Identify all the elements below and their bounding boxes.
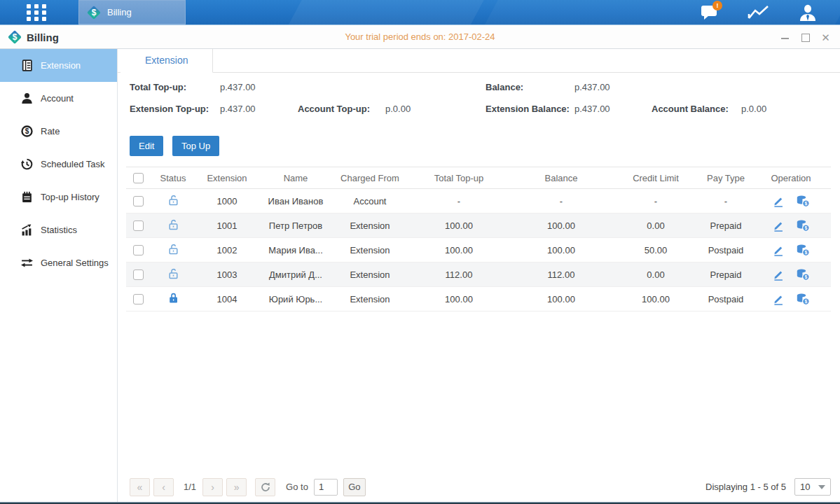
unlocked-icon [167,218,179,231]
cell-pay-type: Postpaid [701,238,751,262]
table-header-row: Status Extension Name Charged From Total… [126,167,831,189]
table-row: 1003 Дмитрий Д... Extension 112.00 112.0… [126,262,831,287]
cell-extension: 1003 [196,262,258,287]
sidebar-item-topup-history[interactable]: Top-up History [0,181,117,214]
page-size-select[interactable]: 10 [794,478,831,496]
cell-balance: 100.00 [511,238,611,262]
top-up-button[interactable]: Top Up [172,136,219,156]
prev-page-button[interactable]: ‹ [153,478,174,496]
refresh-button[interactable] [255,478,275,496]
billing-window-icon: $ [7,29,22,45]
svg-text:$: $ [805,201,808,206]
top-up-money-icon[interactable]: $ [796,293,810,305]
maximize-button[interactable] [801,33,810,42]
cell-extension: 1000 [196,189,258,214]
goto-page-input[interactable] [314,479,338,496]
cell-name: Дмитрий Д... [258,262,333,287]
column-header-status: Status [150,167,196,189]
balance-value: p.437.00 [574,82,610,92]
top-up-money-icon[interactable]: $ [796,244,810,256]
sidebar-item-label: Scheduled Task [41,159,105,169]
taskbar-tab-label: Billing [107,7,132,18]
column-header-total-topup: Total Top-up [406,167,511,189]
extensions-table: Status Extension Name Charged From Total… [126,167,831,312]
cell-charged-from: Account [333,189,406,214]
cell-credit-limit: 0.00 [611,214,701,238]
cell-credit-limit: 100.00 [611,287,701,312]
go-button[interactable]: Go [343,478,366,496]
general-settings-icon [21,257,33,269]
messages-icon[interactable]: ! [698,4,721,22]
sidebar-item-label: Account [41,93,74,104]
row-checkbox[interactable] [133,294,144,304]
edit-button[interactable]: Edit [130,136,163,156]
sidebar-item-statistics[interactable]: Statistics [0,214,117,246]
minimize-button[interactable] [780,33,790,42]
cell-total-topup: - [406,189,511,214]
sidebar: Extension Account $ Rate Scheduled Task [0,49,118,502]
window-title: Billing [27,31,59,43]
top-up-money-icon[interactable]: $ [796,219,810,232]
cell-balance: - [511,189,611,214]
column-header-extension: Extension [196,167,258,189]
apps-grid-icon[interactable] [25,4,49,22]
svg-text:$: $ [805,250,808,255]
user-account-icon[interactable] [797,4,819,22]
cell-credit-limit: - [611,189,701,214]
tab-strip: Extension [118,49,840,73]
tab-extension[interactable]: Extension [121,49,213,73]
edit-icon[interactable] [772,244,785,256]
top-up-money-icon[interactable]: $ [796,195,810,207]
cell-total-topup: 112.00 [406,262,511,287]
window-titlebar: $ Billing Your trial period ends on: 201… [0,25,840,49]
cell-total-topup: 100.00 [406,238,511,262]
cell-pay-type: Prepaid [701,262,751,287]
last-page-button[interactable]: » [226,478,247,496]
rate-icon: $ [21,125,33,137]
top-up-money-icon[interactable]: $ [796,268,810,281]
cell-charged-from: Extension [333,287,406,312]
sidebar-item-extension[interactable]: Extension [0,49,117,82]
column-header-operation: Operation [751,167,831,189]
row-checkbox[interactable] [133,270,144,280]
edit-icon[interactable] [772,195,785,207]
goto-label: Go to [286,482,308,492]
column-header-pay-type: Pay Type [701,167,751,189]
edit-icon[interactable] [772,219,785,232]
sidebar-item-scheduled-task[interactable]: Scheduled Task [0,148,117,181]
total-topup-value: p.437.00 [220,82,256,92]
cell-credit-limit: 50.00 [611,238,701,262]
cell-name: Иван Иванов [258,189,333,214]
first-page-button[interactable]: « [130,478,150,496]
displaying-status: Displaying 1 - 5 of 5 [705,482,786,492]
cell-name: Юрий Юрь... [258,287,333,312]
sidebar-item-label: Top-up History [41,192,99,202]
row-checkbox[interactable] [133,245,144,255]
svg-text:$: $ [805,274,808,280]
cell-name: Мария Ива... [258,238,333,262]
main-content: Extension Total Top-up: p.437.00 Balance… [118,49,840,502]
cell-pay-type: Postpaid [701,287,751,312]
sidebar-item-general-settings[interactable]: General Settings [0,246,117,279]
cell-balance: 100.00 [511,287,611,312]
column-header-charged-from: Charged From [333,167,406,189]
statistics-chart-icon[interactable] [748,4,770,22]
table-row: 1004 Юрий Юрь... Extension 100.00 100.00… [126,287,831,312]
sidebar-item-account[interactable]: Account [0,82,117,115]
next-page-button[interactable]: › [202,478,223,496]
sidebar-item-rate[interactable]: $ Rate [0,115,117,148]
page-indicator: 1/1 [177,482,202,492]
taskbar-tab-billing[interactable]: $ Billing [78,0,186,24]
account-topup-value: p.0.00 [385,104,411,114]
billing-app-icon: $ [86,5,102,20]
page-size-value: 10 [800,482,810,492]
row-checkbox[interactable] [133,196,144,206]
row-checkbox[interactable] [133,220,144,231]
edit-icon[interactable] [772,268,785,281]
account-topup-label: Account Top-up: [298,104,370,114]
cell-pay-type: - [701,189,751,214]
svg-text:$: $ [805,225,808,231]
edit-icon[interactable] [772,293,785,305]
select-all-checkbox[interactable] [133,173,144,183]
close-button[interactable]: ✕ [821,33,830,42]
